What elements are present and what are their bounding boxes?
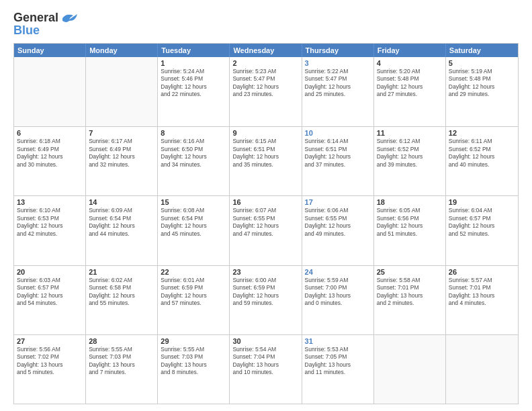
- calendar-cell: 20Sunrise: 6:03 AMSunset: 6:57 PMDayligh…: [14, 266, 86, 334]
- day-info-line: Sunset: 6:59 PM: [232, 284, 298, 291]
- day-info-line: and 55 minutes.: [89, 300, 154, 307]
- day-info-line: Sunset: 5:48 PM: [377, 75, 443, 83]
- calendar-body: 1Sunrise: 5:24 AMSunset: 5:46 PMDaylight…: [14, 57, 518, 404]
- day-number: 8: [161, 129, 226, 137]
- day-info-line: Daylight: 12 hours: [232, 292, 298, 300]
- day-info-line: Sunrise: 5:56 AM: [17, 346, 83, 353]
- day-info-line: and 39 minutes.: [377, 161, 443, 169]
- day-info-line: Daylight: 13 hours: [232, 361, 298, 369]
- day-info-line: Daylight: 13 hours: [305, 361, 371, 369]
- day-info-line: Sunrise: 6:09 AM: [89, 207, 154, 214]
- day-number: 15: [161, 198, 226, 206]
- day-info-line: Sunset: 6:52 PM: [449, 146, 515, 153]
- day-number: 23: [232, 268, 298, 276]
- day-info-line: Daylight: 12 hours: [161, 153, 226, 161]
- day-number: 20: [17, 268, 83, 276]
- day-info-line: Daylight: 13 hours: [377, 292, 443, 300]
- day-info-line: Sunrise: 5:20 AM: [377, 68, 443, 75]
- day-info-line: Sunset: 5:47 PM: [232, 75, 298, 83]
- calendar-cell: 28Sunrise: 5:55 AMSunset: 7:03 PMDayligh…: [86, 335, 158, 404]
- day-number: 18: [377, 198, 443, 206]
- day-info-line: Sunrise: 6:12 AM: [377, 138, 443, 145]
- calendar-cell: 10Sunrise: 6:14 AMSunset: 6:51 PMDayligh…: [302, 127, 374, 195]
- day-info-line: Sunrise: 6:04 AM: [449, 207, 515, 214]
- day-info-line: and 42 minutes.: [17, 230, 83, 238]
- day-number: 1: [161, 59, 226, 67]
- day-info-line: and 34 minutes.: [161, 161, 226, 169]
- day-info-line: and 32 minutes.: [89, 161, 154, 169]
- day-info-line: Sunset: 6:56 PM: [377, 215, 443, 222]
- day-number: 2: [232, 59, 298, 67]
- day-info-line: and 37 minutes.: [305, 161, 371, 169]
- day-info-line: Sunset: 6:51 PM: [232, 146, 298, 153]
- day-info-line: and 10 minutes.: [232, 369, 298, 376]
- day-info-line: Daylight: 12 hours: [17, 153, 83, 161]
- calendar-cell: 8Sunrise: 6:16 AMSunset: 6:50 PMDaylight…: [158, 127, 230, 195]
- day-info-line: and 27 minutes.: [377, 91, 443, 98]
- day-info-line: Sunset: 6:55 PM: [305, 215, 371, 222]
- calendar-cell: 5Sunrise: 5:19 AMSunset: 5:48 PMDaylight…: [446, 57, 518, 126]
- day-info-line: Sunset: 6:59 PM: [161, 284, 226, 291]
- day-info-line: Sunset: 7:00 PM: [305, 284, 371, 291]
- calendar-cell: 18Sunrise: 6:05 AMSunset: 6:56 PMDayligh…: [374, 196, 446, 265]
- day-info-line: Sunrise: 5:57 AM: [449, 277, 515, 284]
- day-info-line: Sunset: 7:03 PM: [161, 353, 226, 361]
- day-number: 22: [161, 268, 226, 276]
- day-info-line: and 0 minutes.: [305, 300, 371, 307]
- day-info-line: Sunset: 6:50 PM: [161, 146, 226, 153]
- day-info-line: Daylight: 13 hours: [449, 292, 515, 300]
- day-info-line: Sunset: 6:54 PM: [161, 215, 226, 222]
- day-info-line: Sunset: 6:58 PM: [89, 284, 154, 291]
- day-info-line: Sunset: 6:54 PM: [89, 215, 154, 222]
- header-day-tuesday: Tuesday: [158, 44, 230, 57]
- day-info-line: Sunset: 7:04 PM: [232, 353, 298, 361]
- calendar-cell: 6Sunrise: 6:18 AMSunset: 6:49 PMDaylight…: [14, 127, 86, 195]
- day-info-line: and 52 minutes.: [449, 230, 515, 238]
- calendar-cell: 3Sunrise: 5:22 AMSunset: 5:47 PMDaylight…: [302, 57, 374, 126]
- day-number: 21: [89, 268, 154, 276]
- day-info-line: Sunrise: 5:23 AM: [232, 68, 298, 75]
- calendar-cell: [86, 57, 158, 126]
- day-info-line: Sunrise: 6:17 AM: [89, 138, 154, 145]
- page: General Blue SundayMondayTuesdayWednesda…: [0, 0, 532, 411]
- day-info-line: Sunset: 7:01 PM: [377, 284, 443, 291]
- day-info-line: Sunrise: 6:14 AM: [305, 138, 371, 145]
- day-info-line: Sunset: 6:55 PM: [232, 215, 298, 222]
- calendar-cell: 19Sunrise: 6:04 AMSunset: 6:57 PMDayligh…: [446, 196, 518, 265]
- day-info-line: Sunset: 6:49 PM: [17, 146, 83, 153]
- day-info-line: Daylight: 12 hours: [161, 292, 226, 300]
- day-info-line: Sunset: 7:01 PM: [449, 284, 515, 291]
- calendar-cell: 13Sunrise: 6:10 AMSunset: 6:53 PMDayligh…: [14, 196, 86, 265]
- day-info-line: Sunrise: 6:10 AM: [17, 207, 83, 214]
- calendar-cell: 23Sunrise: 6:00 AMSunset: 6:59 PMDayligh…: [230, 266, 302, 334]
- day-number: 9: [232, 129, 298, 137]
- day-number: 19: [449, 198, 515, 206]
- day-info-line: Daylight: 12 hours: [305, 153, 371, 161]
- day-info-line: Sunset: 6:57 PM: [17, 284, 83, 291]
- day-info-line: and 47 minutes.: [232, 230, 298, 238]
- day-info-line: Daylight: 12 hours: [161, 83, 226, 91]
- day-info-line: Daylight: 12 hours: [449, 153, 515, 161]
- logo-general: General: [13, 11, 58, 25]
- day-info-line: Daylight: 12 hours: [161, 222, 226, 230]
- week-row-4: 27Sunrise: 5:56 AMSunset: 7:02 PMDayligh…: [14, 334, 518, 404]
- calendar-cell: 17Sunrise: 6:06 AMSunset: 6:55 PMDayligh…: [302, 196, 374, 265]
- logo-blue: Blue: [13, 24, 40, 38]
- day-info-line: and 2 minutes.: [377, 300, 443, 307]
- day-info-line: and 7 minutes.: [89, 369, 154, 376]
- header-day-sunday: Sunday: [14, 44, 86, 57]
- calendar-cell: 25Sunrise: 5:58 AMSunset: 7:01 PMDayligh…: [374, 266, 446, 334]
- day-info-line: Daylight: 12 hours: [377, 83, 443, 91]
- calendar-cell: [14, 57, 86, 126]
- day-info-line: and 25 minutes.: [305, 91, 371, 98]
- day-info-line: Daylight: 12 hours: [89, 292, 154, 300]
- calendar-cell: 15Sunrise: 6:08 AMSunset: 6:54 PMDayligh…: [158, 196, 230, 265]
- day-number: 25: [377, 268, 443, 276]
- logo: General Blue: [13, 11, 79, 38]
- day-info-line: Sunrise: 5:59 AM: [305, 277, 371, 284]
- day-info-line: Sunset: 7:03 PM: [89, 353, 154, 361]
- day-info-line: Sunrise: 6:08 AM: [161, 207, 226, 214]
- calendar-cell: 9Sunrise: 6:15 AMSunset: 6:51 PMDaylight…: [230, 127, 302, 195]
- day-info-line: and 30 minutes.: [17, 161, 83, 169]
- day-info-line: Daylight: 12 hours: [232, 222, 298, 230]
